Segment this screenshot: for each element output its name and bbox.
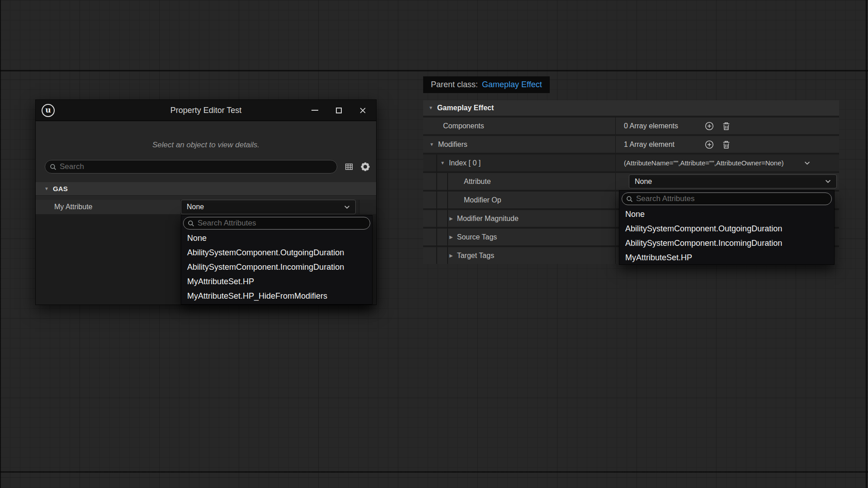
parent-class-link[interactable]: Gameplay Effect [482,80,542,89]
search-box[interactable] [45,160,337,174]
search-icon [50,164,57,170]
dropdown-search-input[interactable] [198,219,366,228]
attribute-option[interactable]: MyAttributeSet.HP [619,250,834,265]
property-value-cell: None [181,200,376,214]
row-label-cell: Components [423,117,616,134]
row-label-cell: Modifier Op [423,192,616,208]
row-label: Modifiers [438,141,467,149]
attribute-option[interactable]: None [619,207,834,221]
search-icon [626,196,633,202]
chevron-down-icon[interactable] [804,161,810,165]
row-label-cell: Attribute [423,173,616,190]
row-label-cell: ▶ Target Tags [423,247,616,264]
struct-preview: (AttributeName="",Attribute="",Attribute… [624,159,784,167]
property-name-cell: My Attribute [36,200,181,214]
row-label-cell: ▼ Modifiers [423,136,616,153]
attribute-picker-menu: None AbilitySystemComponent.OutgoingDura… [181,215,373,305]
row-modifiers: ▼ Modifiers 1 Array element [423,136,839,153]
attribute-option[interactable]: AbilitySystemComponent.IncomingDuration [619,236,834,250]
clear-array-button[interactable] [722,140,730,149]
attribute-option[interactable]: AbilitySystemComponent.IncomingDuration [181,260,372,274]
minimize-icon [311,110,318,111]
chevron-down-icon [825,179,831,183]
array-count: 1 Array element [624,141,675,149]
row-attribute: Attribute None [423,173,839,190]
attribute-option[interactable]: None [181,231,372,245]
maximize-icon [336,108,342,113]
collapse-triangle-icon[interactable]: ▼ [429,142,434,147]
row-value-cell: 0 Array elements [616,117,839,134]
row-label: Modifier Magnitude [457,215,519,223]
collapse-triangle-icon: ▼ [429,106,433,110]
close-button[interactable] [359,107,366,114]
my-attribute-combobox[interactable]: None [181,200,356,214]
property-name: My Attribute [54,203,92,211]
indent-guide [447,173,448,264]
row-value-cell: (AttributeName="",Attribute="",Attribute… [616,155,839,171]
row-label: Source Tags [457,233,497,241]
category-label: GAS [53,185,68,192]
combobox-value: None [635,178,652,186]
attribute-option[interactable]: AbilitySystemComponent.OutgoingDuration [619,221,834,236]
row-label-cell: ▼ Index [ 0 ] [423,155,616,171]
category-gas[interactable]: ▼ GAS [36,182,376,196]
dropdown-search-input[interactable] [636,194,827,203]
row-label: Components [443,122,484,130]
category-label: Gameplay Effect [437,104,494,112]
add-element-button[interactable] [705,140,714,149]
row-index-0: ▼ Index [ 0 ] (AttributeName="",Attribut… [423,155,839,171]
collapse-triangle-icon: ▼ [44,187,49,191]
row-label: Target Tags [457,252,494,260]
window-controls [311,107,376,114]
minimize-button[interactable] [311,107,318,114]
attribute-combobox[interactable]: None [629,174,837,188]
details-toolbar [45,160,370,174]
combobox-value: None [187,203,204,211]
row-label: Index [ 0 ] [449,159,481,167]
blueprint-graph-canvas[interactable]: { "icons": { "collapse": "▼", "expand": … [0,0,868,488]
parent-class-label: Parent class: [431,80,478,89]
row-label-cell: ▶ Modifier Magnitude [423,210,616,227]
expand-triangle-icon[interactable]: ▶ [449,235,453,239]
attribute-option[interactable]: AbilitySystemComponent.OutgoingDuration [181,245,372,260]
search-input[interactable] [60,162,332,171]
collapse-triangle-icon[interactable]: ▼ [440,161,445,165]
row-label-cell: ▶ Source Tags [423,229,616,245]
table-view-icon[interactable] [345,163,353,171]
attribute-option[interactable]: MyAttributeSet.HP [181,274,372,289]
clear-array-button[interactable] [722,122,730,130]
category-gameplay-effect[interactable]: ▼ Gameplay Effect [423,100,839,116]
expand-triangle-icon[interactable]: ▶ [449,253,453,258]
property-editor-test-window: u Property Editor Test Select an object … [35,99,377,305]
dropdown-search-box[interactable] [183,217,370,230]
gear-ring [362,163,369,170]
array-count: 0 Array elements [624,122,678,130]
settings-gear-icon[interactable] [361,162,370,171]
add-element-button[interactable] [705,122,714,131]
reset-column [359,200,376,214]
dropdown-search-box[interactable] [622,192,832,205]
close-icon [359,107,366,114]
details-hint-text: Select an object to view details. [36,141,376,150]
attribute-option[interactable]: MyAttributeSet.HP_HideFromModifiers [181,289,372,303]
row-value-cell: None [616,173,839,190]
search-icon [188,220,194,227]
chevron-down-icon [344,205,350,209]
indent-guide [436,155,437,264]
attribute-picker-menu: None AbilitySystemComponent.OutgoingDura… [619,190,835,265]
property-row-my-attribute: My Attribute None [36,200,376,214]
row-label: Attribute [464,178,491,186]
row-value-cell: 1 Array element [616,136,839,153]
row-components: Components 0 Array elements [423,117,839,134]
expand-triangle-icon[interactable]: ▶ [449,216,453,221]
maximize-button[interactable] [335,107,342,114]
row-label: Modifier Op [464,196,501,204]
parent-class-badge: Parent class: Gameplay Effect [423,76,550,93]
window-titlebar[interactable]: u Property Editor Test [36,100,376,121]
